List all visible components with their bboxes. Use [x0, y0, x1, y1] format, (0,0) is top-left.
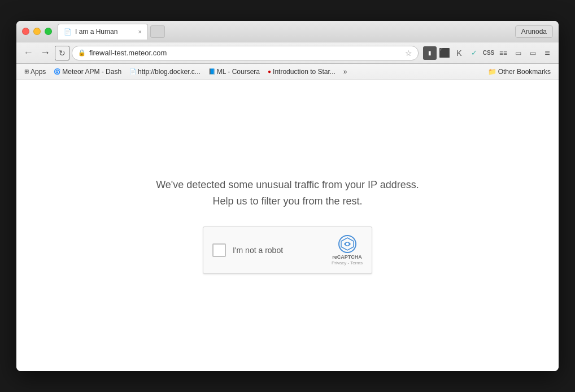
evernote-icon[interactable]: K	[452, 46, 466, 60]
buffer-icon[interactable]: ≡≡	[496, 46, 510, 60]
apps-grid-icon: ⊞	[24, 68, 29, 75]
intro-icon: ●	[268, 68, 271, 75]
recaptcha-logo-section: reCAPTCHA Privacy - Terms	[332, 235, 363, 265]
new-tab-button[interactable]	[150, 25, 165, 38]
active-tab[interactable]: 📄 I am a Human ×	[58, 24, 148, 40]
coursera-icon: 📘	[208, 68, 215, 75]
back-icon: ←	[23, 47, 33, 59]
bookmark-apps[interactable]: ⊞ Apps	[21, 67, 49, 77]
security-icon: 🔒	[78, 49, 86, 56]
bookmark-meteor[interactable]: 🌀 Meteor APM - Dash	[50, 67, 125, 77]
bookmark-coursera[interactable]: 📘 ML - Coursera	[205, 67, 263, 77]
menu-icon[interactable]: ≡	[541, 46, 554, 60]
recaptcha-brand-text: reCAPTCHA	[332, 254, 362, 260]
bookmark-docker[interactable]: 📄 http://blog.docker.c...	[126, 67, 204, 77]
other-bookmarks-button[interactable]: 📁 Other Bookmarks	[485, 67, 554, 77]
svg-point-1	[346, 242, 349, 245]
privacy-link[interactable]: Privacy	[332, 260, 346, 265]
profile-button[interactable]: Arunoda	[515, 25, 553, 38]
url-text: firewall-test.meteor.com	[89, 49, 402, 57]
tab-bar: 📄 I am a Human ×	[58, 24, 515, 40]
recaptcha-links: Privacy - Terms	[332, 260, 363, 265]
meteor-icon: 🌀	[54, 68, 60, 75]
minimize-button[interactable]	[33, 28, 41, 35]
forward-icon: →	[40, 47, 50, 59]
traffic-lights	[22, 28, 52, 35]
address-bar[interactable]: 🔒 firewall-test.meteor.com ☆	[72, 46, 419, 60]
terms-link[interactable]: Terms	[350, 260, 363, 265]
message-line1: We've detected some unusual traffic from…	[156, 177, 419, 193]
recaptcha-logo-icon	[338, 235, 356, 253]
screen-icon[interactable]: ▭	[526, 46, 539, 60]
bookmark-intro[interactable]: ● Introduction to Star...	[264, 67, 339, 77]
readlater-icon[interactable]: ⬛	[438, 46, 451, 60]
close-button[interactable]	[22, 28, 29, 35]
tab-close-button[interactable]: ×	[138, 28, 142, 35]
todoist-icon[interactable]: ✓	[467, 46, 481, 60]
toolbar-icons: ▮ ⬛ K ✓ CSS ≡≡ ▭ ▭ ≡	[423, 46, 554, 60]
bookmark-star-icon[interactable]: ☆	[405, 49, 412, 58]
title-bar: 📄 I am a Human × Arunoda	[16, 21, 559, 42]
message-line2: Help us to filter you from the rest.	[156, 193, 419, 210]
page-message: We've detected some unusual traffic from…	[156, 177, 419, 210]
browser-window: 📄 I am a Human × Arunoda ← → ↻ 🔒 firewal…	[16, 21, 559, 371]
tab-title: I am a Human	[75, 28, 117, 36]
css-icon[interactable]: CSS	[482, 46, 495, 60]
cast-icon[interactable]: ▭	[511, 46, 525, 60]
recaptcha-widget: I'm not a robot reCAPTCHA Privacy - Term…	[203, 227, 372, 274]
page-content: We've detected some unusual traffic from…	[16, 80, 559, 371]
refresh-button[interactable]: ↻	[55, 46, 69, 60]
forward-button[interactable]: →	[38, 46, 53, 60]
docker-doc-icon: 📄	[129, 68, 136, 75]
nav-bar: ← → ↻ 🔒 firewall-test.meteor.com ☆ ▮ ⬛ K…	[16, 42, 559, 64]
refresh-icon: ↻	[59, 49, 66, 58]
folder-icon: 📁	[488, 68, 496, 76]
maximize-button[interactable]	[45, 28, 52, 35]
more-bookmarks-button[interactable]: »	[340, 67, 351, 77]
bookmarks-bar: ⊞ Apps 🌀 Meteor APM - Dash 📄 http://blog…	[16, 64, 559, 80]
back-button[interactable]: ←	[21, 46, 36, 60]
recaptcha-label: I'm not a robot	[233, 246, 326, 255]
tab-icon: 📄	[64, 28, 72, 36]
recaptcha-checkbox[interactable]	[212, 243, 226, 257]
pocket-icon[interactable]: ▮	[423, 46, 437, 60]
